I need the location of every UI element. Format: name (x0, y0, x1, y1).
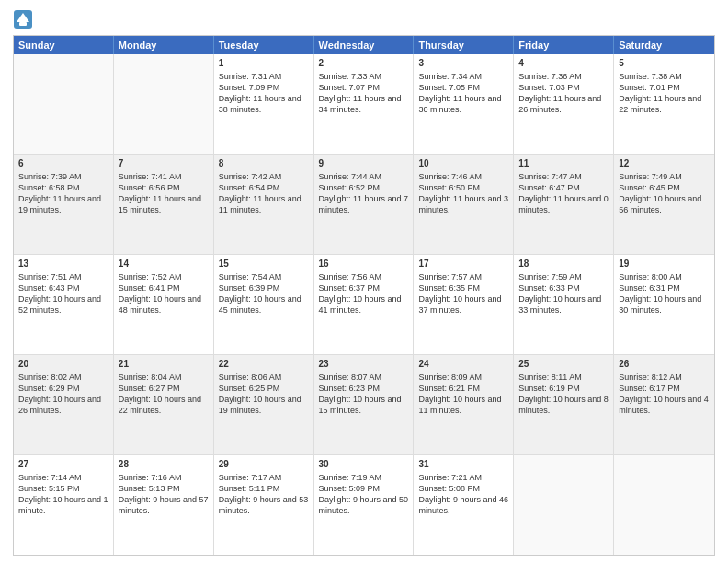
calendar-cell: 30Sunrise: 7:19 AM Sunset: 5:09 PM Dayli… (314, 455, 415, 555)
calendar-cell: 23Sunrise: 8:07 AM Sunset: 6:23 PM Dayli… (314, 355, 415, 454)
weekday-header-sunday: Sunday (14, 36, 114, 54)
day-number: 9 (319, 157, 409, 170)
day-info: Sunrise: 8:00 AM Sunset: 6:31 PM Dayligh… (619, 271, 710, 316)
logo-icon (13, 9, 33, 29)
calendar-cell (614, 455, 714, 555)
day-number: 23 (319, 358, 409, 371)
day-number: 25 (518, 358, 609, 371)
calendar-cell: 2Sunrise: 7:33 AM Sunset: 7:07 PM Daylig… (314, 54, 415, 154)
weekday-header-friday: Friday (514, 36, 614, 54)
day-info: Sunrise: 7:46 AM Sunset: 6:50 PM Dayligh… (418, 171, 508, 216)
calendar-cell: 1Sunrise: 7:31 AM Sunset: 7:09 PM Daylig… (214, 54, 314, 154)
day-number: 29 (219, 458, 309, 471)
calendar-cell: 22Sunrise: 8:06 AM Sunset: 6:25 PM Dayli… (214, 355, 314, 454)
weekday-header-wednesday: Wednesday (314, 36, 415, 54)
calendar-cell: 11Sunrise: 7:47 AM Sunset: 6:47 PM Dayli… (514, 155, 614, 254)
day-info: Sunrise: 7:14 AM Sunset: 5:15 PM Dayligh… (18, 472, 108, 517)
calendar-cell: 19Sunrise: 8:00 AM Sunset: 6:31 PM Dayli… (614, 255, 714, 354)
calendar-cell: 16Sunrise: 7:56 AM Sunset: 6:37 PM Dayli… (314, 255, 415, 354)
day-number: 11 (518, 157, 609, 170)
calendar-cell: 13Sunrise: 7:51 AM Sunset: 6:43 PM Dayli… (14, 255, 114, 354)
day-info: Sunrise: 7:47 AM Sunset: 6:47 PM Dayligh… (518, 171, 609, 216)
calendar-row: 1Sunrise: 7:31 AM Sunset: 7:09 PM Daylig… (14, 54, 714, 154)
day-info: Sunrise: 8:04 AM Sunset: 6:27 PM Dayligh… (119, 372, 209, 417)
day-number: 15 (219, 258, 309, 270)
day-info: Sunrise: 8:11 AM Sunset: 6:19 PM Dayligh… (518, 372, 609, 417)
calendar-cell: 17Sunrise: 7:57 AM Sunset: 6:35 PM Dayli… (414, 255, 514, 354)
day-info: Sunrise: 7:31 AM Sunset: 7:09 PM Dayligh… (219, 71, 309, 116)
day-info: Sunrise: 8:12 AM Sunset: 6:17 PM Dayligh… (619, 372, 710, 417)
calendar-row: 20Sunrise: 8:02 AM Sunset: 6:29 PM Dayli… (14, 354, 714, 454)
calendar-cell: 28Sunrise: 7:16 AM Sunset: 5:13 PM Dayli… (114, 455, 214, 555)
calendar-cell: 31Sunrise: 7:21 AM Sunset: 5:08 PM Dayli… (414, 455, 514, 555)
day-info: Sunrise: 7:49 AM Sunset: 6:45 PM Dayligh… (619, 171, 710, 216)
day-info: Sunrise: 7:57 AM Sunset: 6:35 PM Dayligh… (418, 271, 508, 316)
calendar-cell: 14Sunrise: 7:52 AM Sunset: 6:41 PM Dayli… (114, 255, 214, 354)
weekday-header-tuesday: Tuesday (214, 36, 314, 54)
day-number: 27 (18, 458, 108, 471)
day-number: 17 (418, 258, 508, 270)
calendar-cell: 18Sunrise: 7:59 AM Sunset: 6:33 PM Dayli… (514, 255, 614, 354)
day-info: Sunrise: 7:33 AM Sunset: 7:07 PM Dayligh… (319, 71, 409, 116)
calendar-body: 1Sunrise: 7:31 AM Sunset: 7:09 PM Daylig… (14, 54, 714, 555)
calendar-row: 27Sunrise: 7:14 AM Sunset: 5:15 PM Dayli… (14, 454, 714, 555)
calendar-cell (14, 54, 114, 154)
day-number: 16 (319, 258, 409, 270)
logo (13, 9, 36, 29)
calendar-cell: 9Sunrise: 7:44 AM Sunset: 6:52 PM Daylig… (314, 155, 415, 254)
day-number: 10 (418, 157, 508, 170)
day-number: 22 (219, 358, 309, 371)
day-info: Sunrise: 7:41 AM Sunset: 6:56 PM Dayligh… (119, 171, 209, 216)
calendar-cell: 7Sunrise: 7:41 AM Sunset: 6:56 PM Daylig… (114, 155, 214, 254)
calendar-cell: 12Sunrise: 7:49 AM Sunset: 6:45 PM Dayli… (614, 155, 714, 254)
day-number: 30 (319, 458, 409, 471)
calendar-cell: 27Sunrise: 7:14 AM Sunset: 5:15 PM Dayli… (14, 455, 114, 555)
day-number: 31 (418, 458, 508, 471)
day-info: Sunrise: 7:59 AM Sunset: 6:33 PM Dayligh… (518, 271, 609, 316)
calendar-row: 13Sunrise: 7:51 AM Sunset: 6:43 PM Dayli… (14, 254, 714, 354)
calendar-cell: 6Sunrise: 7:39 AM Sunset: 6:58 PM Daylig… (14, 155, 114, 254)
day-number: 4 (518, 57, 609, 70)
day-info: Sunrise: 7:36 AM Sunset: 7:03 PM Dayligh… (518, 71, 609, 116)
day-number: 5 (619, 57, 710, 70)
day-number: 3 (418, 57, 508, 70)
calendar-cell: 24Sunrise: 8:09 AM Sunset: 6:21 PM Dayli… (414, 355, 514, 454)
day-info: Sunrise: 7:17 AM Sunset: 5:11 PM Dayligh… (219, 472, 309, 517)
day-info: Sunrise: 7:51 AM Sunset: 6:43 PM Dayligh… (18, 271, 108, 316)
day-number: 19 (619, 258, 710, 270)
weekday-header-thursday: Thursday (414, 36, 514, 54)
calendar-cell: 21Sunrise: 8:04 AM Sunset: 6:27 PM Dayli… (114, 355, 214, 454)
calendar-cell: 4Sunrise: 7:36 AM Sunset: 7:03 PM Daylig… (514, 54, 614, 154)
calendar: SundayMondayTuesdayWednesdayThursdayFrid… (13, 35, 715, 556)
day-number: 13 (18, 258, 108, 270)
day-info: Sunrise: 7:16 AM Sunset: 5:13 PM Dayligh… (119, 472, 209, 517)
day-info: Sunrise: 7:42 AM Sunset: 6:54 PM Dayligh… (219, 171, 309, 216)
calendar-cell: 10Sunrise: 7:46 AM Sunset: 6:50 PM Dayli… (414, 155, 514, 254)
page-header (13, 9, 715, 29)
weekday-header-monday: Monday (114, 36, 214, 54)
calendar-cell: 26Sunrise: 8:12 AM Sunset: 6:17 PM Dayli… (614, 355, 714, 454)
day-info: Sunrise: 7:34 AM Sunset: 7:05 PM Dayligh… (418, 71, 508, 116)
day-number: 28 (119, 458, 209, 471)
day-number: 1 (219, 57, 309, 70)
calendar-cell: 29Sunrise: 7:17 AM Sunset: 5:11 PM Dayli… (214, 455, 314, 555)
calendar-cell: 8Sunrise: 7:42 AM Sunset: 6:54 PM Daylig… (214, 155, 314, 254)
calendar-cell (514, 455, 614, 555)
day-number: 20 (18, 358, 108, 371)
day-number: 18 (518, 258, 609, 270)
calendar-cell (114, 54, 214, 154)
day-info: Sunrise: 7:54 AM Sunset: 6:39 PM Dayligh… (219, 271, 309, 316)
day-info: Sunrise: 7:44 AM Sunset: 6:52 PM Dayligh… (319, 171, 409, 216)
calendar-row: 6Sunrise: 7:39 AM Sunset: 6:58 PM Daylig… (14, 154, 714, 254)
calendar-cell: 25Sunrise: 8:11 AM Sunset: 6:19 PM Dayli… (514, 355, 614, 454)
day-info: Sunrise: 7:38 AM Sunset: 7:01 PM Dayligh… (619, 71, 710, 116)
svg-rect-2 (19, 22, 27, 26)
day-number: 7 (119, 157, 209, 170)
calendar-cell: 5Sunrise: 7:38 AM Sunset: 7:01 PM Daylig… (614, 54, 714, 154)
day-number: 6 (18, 157, 108, 170)
day-number: 2 (319, 57, 409, 70)
day-info: Sunrise: 8:06 AM Sunset: 6:25 PM Dayligh… (219, 372, 309, 417)
day-info: Sunrise: 7:39 AM Sunset: 6:58 PM Dayligh… (18, 171, 108, 216)
calendar-header: SundayMondayTuesdayWednesdayThursdayFrid… (14, 36, 714, 54)
day-number: 8 (219, 157, 309, 170)
